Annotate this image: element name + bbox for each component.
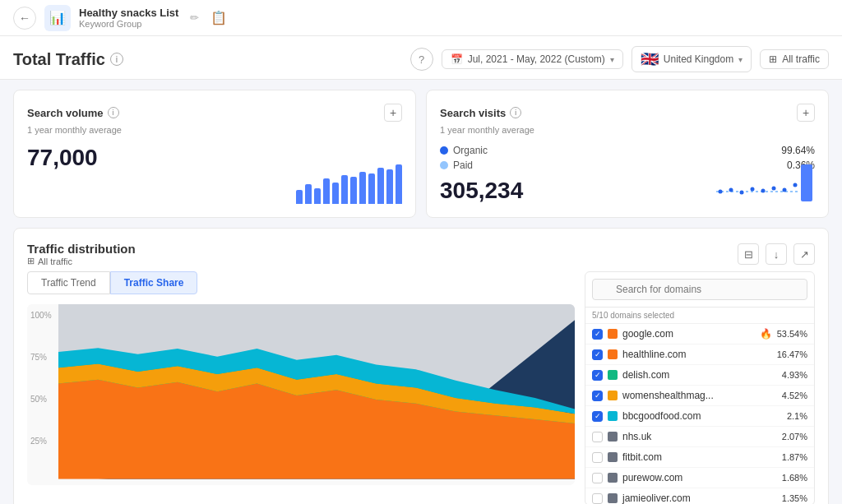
- bar: [305, 184, 312, 204]
- svg-point-9: [793, 183, 798, 187]
- info-icon[interactable]: i: [110, 53, 123, 66]
- domain-checkbox[interactable]: [592, 493, 603, 504]
- domain-name: google.com: [622, 328, 755, 340]
- edit-icon[interactable]: ✏: [190, 12, 199, 24]
- download-button[interactable]: ↓: [766, 243, 787, 265]
- date-range-label: Jul, 2021 - May, 2022 (Custom): [468, 53, 605, 65]
- tab-traffic-trend[interactable]: Traffic Trend: [27, 271, 110, 294]
- domain-panel: 🔍 5/10 domains selected ✓google.com🔥53.5…: [585, 271, 815, 504]
- country-picker[interactable]: 🇬🇧 United Kingdom ▾: [632, 46, 752, 72]
- bar: [350, 177, 357, 204]
- list-item[interactable]: ✓delish.com4.93%: [585, 365, 814, 386]
- domain-pct: 1.68%: [782, 473, 807, 483]
- keyword-group-info: Healthy snacks List Keyword Group: [79, 7, 178, 29]
- metrics-row: Search volume i + 1 year monthly average…: [13, 90, 829, 218]
- domain-pct: 4.52%: [782, 391, 807, 400]
- list-item[interactable]: jamieoliver.com1.35%: [585, 488, 814, 504]
- domain-name: healthline.com: [622, 349, 772, 360]
- bar: [377, 168, 384, 204]
- domain-search-area: 🔍: [585, 272, 814, 307]
- domain-name: womenshealthmag...: [622, 390, 777, 401]
- add-button[interactable]: +: [384, 104, 402, 122]
- domain-color: [608, 329, 618, 339]
- domain-color: [608, 391, 618, 400]
- organic-dot: [440, 146, 448, 155]
- metric-header: Search volume i +: [27, 104, 402, 122]
- search-volume-card: Search volume i + 1 year monthly average…: [13, 90, 416, 218]
- domain-checkbox[interactable]: ✓: [592, 391, 603, 401]
- domain-checkbox[interactable]: [592, 452, 603, 463]
- y-labels: 100% 75% 50% 25%: [27, 304, 58, 485]
- domain-checkbox[interactable]: [592, 432, 603, 442]
- list-item[interactable]: ✓google.com🔥53.54%: [585, 324, 814, 344]
- domain-pct: 1.35%: [782, 493, 807, 503]
- domain-checkbox[interactable]: ✓: [592, 329, 603, 340]
- info-icon[interactable]: i: [510, 107, 521, 118]
- chevron-down-icon: ▾: [738, 55, 743, 64]
- chart-section: Traffic Trend Traffic Share 100% 75% 50%…: [27, 271, 575, 504]
- flag-icon: 🇬🇧: [641, 50, 659, 68]
- info-icon[interactable]: i: [108, 107, 119, 118]
- domain-search-wrap: 🔍: [592, 279, 807, 300]
- country-label: United Kingdom: [664, 53, 733, 65]
- add-button[interactable]: +: [797, 104, 815, 122]
- bar-chart: [296, 163, 402, 204]
- keyword-group-title: Healthy snacks List: [79, 7, 178, 19]
- domain-checkbox[interactable]: ✓: [592, 411, 603, 422]
- traffic-type-picker[interactable]: ⊞ All traffic: [760, 49, 829, 69]
- domain-checkbox[interactable]: ✓: [592, 370, 603, 381]
- domain-pct: 16.47%: [777, 349, 807, 359]
- date-picker[interactable]: 📅 Jul, 2021 - May, 2022 (Custom) ▾: [442, 49, 623, 69]
- dist-actions: ⊟ ↓ ↗: [738, 243, 815, 265]
- dist-subtitle: ⊞ All traffic: [27, 256, 136, 266]
- domain-search-input[interactable]: [592, 279, 807, 300]
- domain-pct: 2.07%: [782, 432, 807, 442]
- top-bar: ← 📊 Healthy snacks List Keyword Group ✏ …: [0, 0, 842, 36]
- domain-checkbox[interactable]: ✓: [592, 349, 603, 360]
- dist-content: Traffic Trend Traffic Share 100% 75% 50%…: [27, 271, 815, 504]
- table-view-button[interactable]: ⊟: [738, 243, 759, 265]
- domain-color: [608, 411, 618, 421]
- list-item[interactable]: purewow.com1.68%: [585, 468, 814, 488]
- dist-header: Traffic distribution ⊞ All traffic ⊟ ↓ ↗: [27, 242, 815, 266]
- list-item[interactable]: fitbit.com1.87%: [585, 447, 814, 468]
- metric-title: Search visits i: [440, 107, 521, 119]
- metric-title: Search volume i: [27, 107, 119, 119]
- header-controls: ? 📅 Jul, 2021 - May, 2022 (Custom) ▾ 🇬🇧 …: [410, 46, 829, 72]
- help-button[interactable]: ?: [410, 48, 433, 71]
- svg-point-5: [751, 187, 755, 192]
- main-content: Search volume i + 1 year monthly average…: [0, 80, 842, 504]
- stacked-chart: 100% 75% 50% 25% © similarweb: [27, 304, 575, 485]
- metric-subtitle: 1 year monthly average: [27, 125, 402, 135]
- domain-emoji: 🔥: [760, 328, 772, 340]
- tab-traffic-share[interactable]: Traffic Share: [110, 271, 198, 294]
- search-visits-card: Search visits i + 1 year monthly average…: [426, 90, 829, 218]
- domain-count: 5/10 domains selected: [585, 307, 814, 324]
- share-button[interactable]: ↗: [793, 243, 815, 265]
- share-icon[interactable]: 📋: [210, 10, 227, 25]
- svg-point-8: [783, 188, 787, 192]
- svg-point-2: [719, 190, 723, 194]
- all-traffic-icon: ⊞: [27, 256, 35, 266]
- domain-checkbox[interactable]: [592, 473, 603, 483]
- traffic-type-label: All traffic: [782, 53, 820, 65]
- dist-title: Traffic distribution: [27, 242, 136, 256]
- list-item[interactable]: ✓healthline.com16.47%: [585, 344, 814, 365]
- domain-pct: 1.87%: [782, 452, 807, 462]
- domain-name: fitbit.com: [622, 451, 777, 463]
- list-item[interactable]: ✓womenshealthmag...4.52%: [585, 386, 814, 406]
- legend-label: Paid: [440, 160, 473, 171]
- back-button[interactable]: ←: [13, 7, 36, 30]
- list-item[interactable]: nhs.uk2.07%: [585, 427, 814, 447]
- svg-point-4: [740, 191, 744, 195]
- domain-pct: 4.93%: [782, 370, 807, 380]
- chevron-down-icon: ▾: [610, 55, 614, 64]
- bar: [323, 178, 330, 204]
- list-item[interactable]: ✓bbcgoodfood.com2.1%: [585, 406, 814, 427]
- tabs-row: Traffic Trend Traffic Share: [27, 271, 575, 294]
- domain-name: jamieoliver.com: [622, 492, 777, 504]
- domain-color: [608, 473, 618, 483]
- metric-header: Search visits i +: [440, 104, 815, 122]
- domain-pct: 53.54%: [777, 329, 807, 339]
- domain-color: [608, 370, 618, 380]
